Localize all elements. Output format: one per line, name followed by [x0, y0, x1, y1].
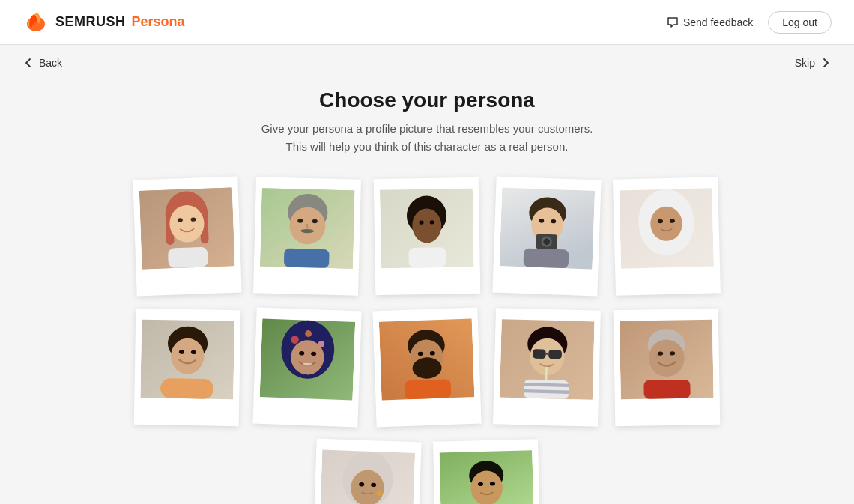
persona-image-1 [139, 183, 235, 274]
persona-card-5[interactable] [613, 177, 721, 296]
svg-rect-44 [160, 378, 214, 399]
main-content: Choose your persona Give your persona a … [0, 81, 854, 504]
send-feedback-label: Send feedback [683, 16, 753, 28]
persona-image-8 [379, 314, 475, 405]
svg-rect-67 [524, 380, 569, 399]
persona-card-6[interactable] [134, 309, 241, 426]
persona-image-7 [259, 314, 355, 405]
persona-image-5 [619, 183, 714, 273]
persona-card-4[interactable] [492, 177, 601, 297]
logo-persona-text: Persona [132, 14, 185, 30]
svg-rect-64 [548, 350, 562, 359]
persona-card-12[interactable] [433, 439, 541, 504]
header: SEMRUSH Persona Send feedback Log out [0, 0, 854, 45]
persona-card-9[interactable] [493, 308, 601, 427]
semrush-logo-icon [22, 9, 49, 36]
svg-rect-66 [545, 367, 548, 380]
persona-card-8[interactable] [372, 308, 481, 428]
persona-image-6 [140, 315, 234, 404]
logo-semrush-text: SEMRUSH [55, 14, 126, 30]
page-subtitle-line2: This will help you think of this charact… [22, 138, 832, 156]
persona-image-9 [500, 314, 595, 404]
persona-card-11[interactable] [312, 439, 421, 504]
persona-image-2 [260, 183, 355, 273]
persona-card-7[interactable] [252, 308, 361, 428]
page-title: Choose your persona [22, 88, 832, 112]
svg-rect-75 [643, 380, 690, 399]
skip-label: Skip [795, 57, 815, 69]
persona-card-10[interactable] [614, 309, 721, 426]
feedback-icon [667, 16, 679, 28]
send-feedback-button[interactable]: Send feedback [667, 16, 753, 28]
svg-rect-17 [284, 249, 330, 268]
persona-image-11 [319, 445, 415, 504]
persona-image-3 [380, 183, 474, 273]
header-right: Send feedback Log out [667, 11, 832, 34]
skip-button[interactable]: Skip [795, 57, 832, 69]
persona-grid [52, 156, 802, 504]
persona-image-12 [439, 445, 534, 504]
svg-rect-23 [408, 247, 446, 267]
persona-image-10 [620, 315, 714, 404]
nav-row: Back Skip [0, 45, 854, 81]
svg-rect-9 [168, 247, 208, 268]
svg-rect-32 [523, 248, 569, 268]
persona-card-1[interactable] [133, 177, 241, 297]
svg-rect-59 [405, 379, 452, 399]
persona-card-3[interactable] [374, 177, 481, 295]
persona-card-2[interactable] [253, 177, 361, 296]
back-arrow-icon [22, 57, 34, 69]
skip-arrow-icon [820, 57, 832, 69]
page-subtitle-line1: Give your persona a profile picture that… [22, 120, 832, 138]
logout-button[interactable]: Log out [768, 11, 832, 34]
back-button[interactable]: Back [22, 57, 62, 69]
svg-rect-63 [533, 349, 546, 359]
back-label: Back [39, 57, 62, 69]
logo-area: SEMRUSH Persona [22, 9, 185, 36]
persona-image-4 [499, 183, 595, 274]
